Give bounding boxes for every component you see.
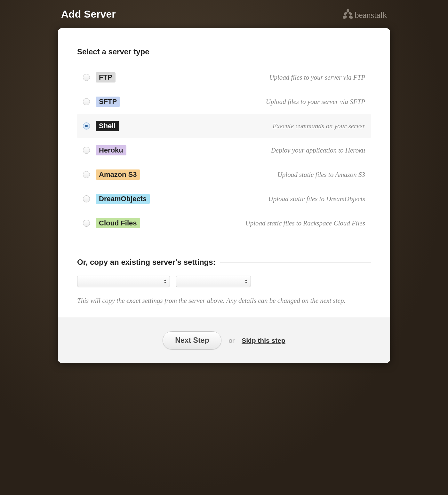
radio-cloudfiles[interactable] (83, 220, 90, 227)
select-arrows-icon (164, 279, 166, 283)
card: Select a server type FTPUpload files to … (58, 28, 390, 363)
copy-title: Or, copy an existing server's settings: (77, 258, 220, 267)
header-bar: Add Server beanstalk (58, 8, 390, 28)
or-text: or (228, 337, 235, 344)
server-type-option-s3[interactable]: Amazon S3Upload static files to Amazon S… (77, 162, 371, 187)
section-head-server-type: Select a server type (77, 47, 371, 56)
server-type-option-shell[interactable]: ShellExecute commands on your server (77, 114, 371, 138)
badge-heroku: Heroku (96, 145, 126, 155)
footer: Next Step or Skip this step (58, 318, 390, 363)
logo-text: beanstalk (355, 10, 387, 20)
svg-point-1 (343, 12, 348, 15)
radio-shell[interactable] (83, 122, 90, 130)
radio-s3[interactable] (83, 171, 90, 178)
badge-cloudfiles: Cloud Files (96, 218, 140, 228)
server-type-option-ftp[interactable]: FTPUpload files to your server via FTP (77, 65, 371, 90)
badge-ftp: FTP (96, 72, 116, 82)
server-type-option-dreamobjects[interactable]: DreamObjectsUpload static files to Dream… (77, 187, 371, 211)
radio-ftp[interactable] (83, 74, 90, 81)
page-title: Add Server (61, 8, 116, 20)
badge-sftp: SFTP (96, 97, 120, 107)
skip-step-link[interactable]: Skip this step (242, 337, 285, 344)
svg-point-2 (348, 12, 353, 15)
section-title: Select a server type (77, 47, 154, 56)
option-desc-sftp: Upload files to your server via SFTP (266, 98, 365, 106)
section-head-copy: Or, copy an existing server's settings: (77, 258, 371, 267)
server-type-option-cloudfiles[interactable]: Cloud FilesUpload static files to Racksp… (77, 211, 371, 235)
divider (154, 52, 371, 52)
option-desc-cloudfiles: Upload static files to Rackspace Cloud F… (245, 219, 365, 227)
option-desc-heroku: Deploy your application to Heroku (271, 146, 365, 154)
option-desc-s3: Upload static files to Amazon S3 (277, 171, 365, 179)
badge-dreamobjects: DreamObjects (96, 194, 150, 204)
copy-source-server-select[interactable] (77, 276, 170, 287)
select-arrows-icon (245, 279, 247, 283)
svg-point-0 (347, 9, 349, 12)
beanstalk-leaf-icon (342, 8, 354, 20)
option-desc-ftp: Upload files to your server via FTP (269, 74, 365, 82)
copy-help-text: This will copy the exact settings from t… (77, 297, 371, 305)
svg-point-3 (342, 15, 347, 19)
radio-sftp[interactable] (83, 98, 90, 105)
badge-s3: Amazon S3 (96, 169, 140, 180)
svg-point-4 (348, 15, 353, 19)
server-type-option-sftp[interactable]: SFTPUpload files to your server via SFTP (77, 90, 371, 114)
server-type-options: FTPUpload files to your server via FTPSF… (77, 65, 371, 235)
divider (220, 262, 371, 263)
radio-dreamobjects[interactable] (83, 195, 90, 202)
option-desc-shell: Execute commands on your server (273, 122, 365, 130)
radio-heroku[interactable] (83, 147, 90, 154)
logo: beanstalk (342, 8, 387, 20)
next-step-button[interactable]: Next Step (163, 331, 221, 350)
copy-source-env-select[interactable] (176, 276, 251, 287)
option-desc-dreamobjects: Upload static files to DreamObjects (268, 195, 365, 203)
badge-shell: Shell (96, 121, 119, 131)
server-type-option-heroku[interactable]: HerokuDeploy your application to Heroku (77, 138, 371, 162)
